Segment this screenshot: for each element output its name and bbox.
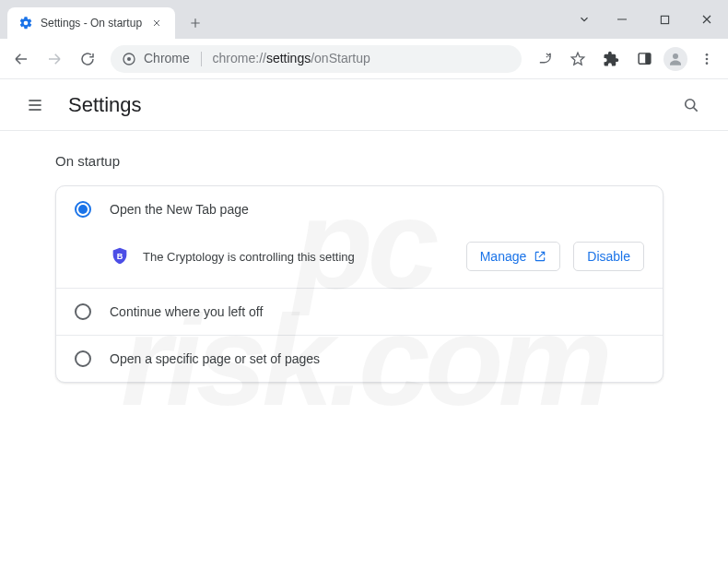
radio-unselected-icon — [75, 303, 91, 320]
section-title: On startup — [55, 153, 711, 169]
startup-card: Open the New Tab page B The Cryptology i… — [55, 185, 663, 383]
address-bar[interactable]: Chrome chrome://settings/onStartup — [111, 45, 522, 73]
startup-option-specific-pages[interactable]: Open a specific page or set of pages — [56, 335, 663, 382]
forward-button[interactable] — [39, 43, 70, 75]
tab-search-chevron-icon[interactable] — [568, 13, 601, 26]
settings-header: Settings — [0, 79, 728, 131]
disable-button[interactable]: Disable — [573, 242, 644, 271]
settings-content: On startup Open the New Tab page B The C… — [0, 131, 728, 383]
tab-strip: Settings - On startup — [0, 0, 568, 39]
browser-toolbar: Chrome chrome://settings/onStartup — [0, 39, 728, 79]
back-button[interactable] — [6, 43, 37, 75]
radio-label: Open the New Tab page — [110, 202, 249, 217]
radio-label: Continue where you left off — [110, 304, 263, 319]
open-external-icon — [534, 250, 546, 263]
profile-avatar[interactable] — [663, 47, 687, 71]
startup-option-new-tab[interactable]: Open the New Tab page — [56, 186, 663, 232]
extensions-puzzle-icon[interactable] — [595, 43, 627, 75]
tab-title: Settings - On startup — [41, 17, 142, 30]
svg-point-7 — [706, 57, 709, 60]
svg-point-2 — [127, 57, 131, 61]
manage-button[interactable]: Manage — [466, 242, 561, 271]
maximize-button[interactable] — [643, 0, 686, 39]
settings-gear-icon — [18, 16, 33, 30]
extension-notice-text: The Cryptology is controlling this setti… — [143, 250, 453, 264]
address-text: Chrome chrome://settings/onStartup — [144, 51, 511, 66]
close-window-button[interactable] — [686, 0, 728, 39]
svg-rect-4 — [645, 53, 651, 64]
radio-selected-icon — [75, 201, 91, 218]
browser-tab[interactable]: Settings - On startup — [7, 7, 175, 39]
radio-unselected-icon — [75, 350, 91, 367]
browser-menu-icon[interactable] — [691, 43, 722, 75]
extension-shield-icon: B — [110, 246, 130, 267]
reload-button[interactable] — [72, 43, 103, 75]
close-tab-icon[interactable] — [149, 16, 164, 30]
side-panel-icon[interactable] — [628, 43, 660, 75]
search-settings-icon[interactable] — [673, 87, 710, 124]
radio-label: Open a specific page or set of pages — [110, 351, 320, 366]
startup-option-continue[interactable]: Continue where you left off — [56, 288, 663, 335]
site-info-icon[interactable] — [122, 52, 136, 66]
svg-point-9 — [686, 99, 695, 108]
hamburger-menu-icon[interactable] — [18, 89, 52, 122]
minimize-button[interactable] — [601, 0, 643, 39]
svg-point-5 — [673, 53, 678, 59]
page-title: Settings — [68, 93, 142, 117]
extension-notice: B The Cryptology is controlling this set… — [56, 232, 663, 288]
svg-point-6 — [706, 53, 709, 56]
svg-text:B: B — [117, 252, 123, 261]
svg-rect-0 — [661, 16, 668, 23]
share-icon[interactable] — [529, 43, 560, 75]
svg-point-8 — [706, 62, 709, 65]
window-controls — [568, 0, 728, 39]
titlebar: Settings - On startup — [0, 0, 728, 39]
bookmark-star-icon[interactable] — [562, 43, 593, 75]
new-tab-button[interactable] — [182, 10, 208, 36]
